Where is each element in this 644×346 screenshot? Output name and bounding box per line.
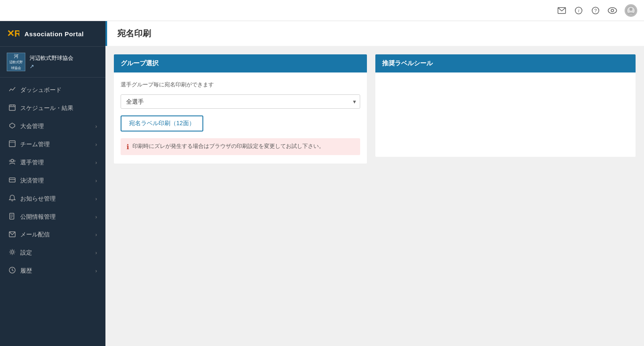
page-header: 宛名印刷 — [105, 21, 644, 46]
print-alert: ℹ 印刷時にズレが発生する場合はブラウザの印刷設定を変更してお試し下さい。 — [121, 138, 360, 155]
sidebar-label-history: 履歴 — [20, 267, 32, 275]
eye-icon[interactable] — [608, 6, 617, 15]
sidebar-label-tournament: 大会管理 — [20, 123, 44, 130]
svg-text:?: ? — [594, 8, 597, 13]
chevron-right-icon-mail: › — [95, 232, 97, 238]
player-icon — [8, 158, 16, 166]
sidebar-item-tournament[interactable]: 大会管理 › — [0, 117, 105, 135]
recommend-card: 推奨ラベルシール — [375, 54, 636, 157]
payment-icon — [8, 177, 16, 185]
alert-text: 印刷時にズレが発生する場合はブラウザの印刷設定を変更してお試し下さい。 — [132, 142, 324, 150]
svg-rect-19 — [9, 178, 15, 182]
sidebar: ✕R Association Portal 河辺軟式野球協会 河辺軟式野球協会 … — [0, 21, 105, 346]
chevron-right-icon-public-info: › — [95, 214, 97, 220]
sidebar-item-history[interactable]: 履歴 › — [0, 262, 105, 280]
sidebar-label-mail: メール配信 — [20, 231, 50, 239]
sidebar-label-dashboard: ダッシュボード — [20, 86, 62, 94]
svg-point-8 — [630, 8, 633, 11]
sidebar-item-mail[interactable]: メール配信 › — [0, 226, 105, 244]
sidebar-item-payment[interactable]: 決済管理 › — [0, 172, 105, 190]
team-icon — [8, 140, 16, 148]
group-select-card-body: 選手グループ毎に宛名印刷ができます 全選手 ▾ 宛名ラベル印刷（12面） ℹ 印… — [114, 72, 367, 164]
mail-icon[interactable] — [557, 6, 566, 15]
sidebar-nav: ダッシュボード スケジュール・結果 大会管理 › — [0, 78, 105, 283]
print-label-button[interactable]: 宛名ラベル印刷（12面） — [121, 115, 203, 131]
svg-text:i: i — [578, 8, 579, 13]
chevron-right-icon-player: › — [95, 160, 97, 166]
tournament-icon — [8, 122, 16, 130]
notice-icon — [8, 195, 16, 203]
sidebar-item-dashboard[interactable]: ダッシュボード — [0, 81, 105, 99]
org-info: 河辺軟式野球協会 ↗ — [30, 54, 73, 69]
main-content: 宛名印刷 グループ選択 選手グループ毎に宛名印刷ができます 全選手 ▾ 宛名ラベ… — [105, 21, 644, 346]
chevron-right-icon-settings: › — [95, 250, 97, 256]
chevron-right-icon-payment: › — [95, 178, 97, 184]
schedule-icon — [8, 104, 16, 112]
sidebar-label-team: チーム管理 — [20, 141, 50, 148]
group-select-dropdown[interactable]: 全選手 — [121, 94, 360, 109]
alert-circle-icon: ℹ — [127, 143, 129, 151]
sidebar-item-notice[interactable]: お知らせ管理 › — [0, 190, 105, 208]
svg-rect-14 — [9, 141, 15, 147]
sidebar-label-schedule: スケジュール・結果 — [20, 105, 73, 112]
org-link-icon[interactable]: ↗ — [30, 63, 73, 70]
org-logo: 河辺軟式野球協会 — [7, 53, 25, 71]
group-select-card: グループ選択 選手グループ毎に宛名印刷ができます 全選手 ▾ 宛名ラベル印刷（1… — [114, 54, 367, 164]
brand-title: Association Portal — [24, 30, 84, 38]
svg-point-6 — [611, 9, 614, 12]
group-select-wrapper: 全選手 ▾ — [121, 94, 360, 109]
sidebar-item-schedule[interactable]: スケジュール・結果 — [0, 99, 105, 117]
layout: ✕R Association Portal 河辺軟式野球協会 河辺軟式野球協会 … — [0, 21, 644, 346]
recommend-card-body — [375, 72, 636, 157]
sidebar-item-settings[interactable]: 設定 › — [0, 244, 105, 262]
content-area: グループ選択 選手グループ毎に宛名印刷ができます 全選手 ▾ 宛名ラベル印刷（1… — [105, 54, 644, 172]
chevron-right-icon-notice: › — [95, 196, 97, 202]
sidebar-item-public-info[interactable]: 公開情報管理 › — [0, 208, 105, 226]
sidebar-brand: ✕R Association Portal — [0, 21, 105, 47]
svg-point-16 — [11, 159, 13, 162]
chevron-right-icon-team: › — [95, 142, 97, 148]
sidebar-label-public-info: 公開情報管理 — [20, 213, 56, 221]
brand-logo-icon: ✕R — [7, 27, 20, 40]
topbar-icons: i ? — [557, 4, 637, 17]
sidebar-label-player: 選手管理 — [20, 159, 44, 166]
sidebar-label-payment: 決済管理 — [20, 177, 44, 185]
sidebar-label-notice: お知らせ管理 — [20, 195, 56, 203]
chevron-right-icon-tournament: › — [95, 123, 97, 129]
svg-point-5 — [608, 8, 617, 13]
mail-send-icon — [8, 231, 16, 239]
group-select-description: 選手グループ毎に宛名印刷ができます — [121, 81, 360, 89]
info-icon[interactable]: i — [574, 6, 583, 15]
avatar-icon[interactable] — [625, 4, 637, 17]
dashboard-icon — [8, 86, 16, 94]
topbar: i ? — [0, 0, 644, 21]
svg-rect-10 — [9, 105, 15, 110]
chevron-right-icon-history: › — [95, 268, 97, 274]
sidebar-org: 河辺軟式野球協会 河辺軟式野球協会 ↗ — [0, 47, 105, 78]
org-name: 河辺軟式野球協会 — [30, 54, 73, 62]
group-select-card-header: グループ選択 — [114, 54, 367, 72]
public-info-icon — [8, 213, 16, 221]
help-icon[interactable]: ? — [591, 6, 600, 15]
svg-text:✕R: ✕R — [7, 28, 19, 39]
sidebar-label-settings: 設定 — [20, 249, 32, 257]
svg-point-26 — [11, 251, 13, 253]
sidebar-item-player[interactable]: 選手管理 › — [0, 153, 105, 172]
page-title: 宛名印刷 — [117, 28, 634, 39]
settings-icon — [8, 249, 16, 257]
recommend-card-header: 推奨ラベルシール — [375, 54, 636, 72]
sidebar-item-team[interactable]: チーム管理 › — [0, 135, 105, 153]
history-icon — [8, 267, 16, 275]
